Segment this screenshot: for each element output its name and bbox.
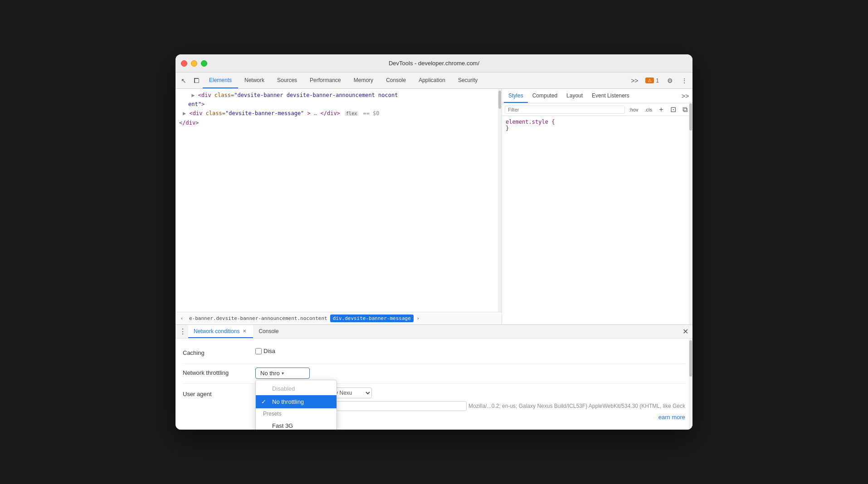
tab-performance[interactable]: Performance — [303, 73, 347, 88]
tab-sources[interactable]: Sources — [271, 73, 303, 88]
tab-security[interactable]: Security — [452, 73, 484, 88]
add-style-button[interactable]: + — [656, 105, 666, 115]
right-scrollbar-track — [689, 102, 692, 324]
network-conditions-content: Caching Disa Network throttling No thro … — [176, 339, 692, 430]
checkmark-icon: ✓ — [261, 398, 266, 405]
dom-tree[interactable]: ▶ <div class="devsite-banner devsite-ban… — [176, 89, 502, 312]
title-bar: DevTools - developer.chrome.com/ — [176, 54, 692, 73]
tab-bottom-console[interactable]: Console — [253, 325, 284, 338]
tab-event-listeners[interactable]: Event Listeners — [587, 89, 634, 103]
styles-panel: Styles Computed Layout Event Listeners >… — [502, 89, 692, 324]
toggle-sidebar-button[interactable]: ⧉ — [680, 105, 690, 115]
throttle-dropdown-menu: Disabled ✓ No throttling Presets Fast 3G — [255, 380, 337, 430]
throttle-select-button[interactable]: No thro ▾ — [255, 368, 310, 379]
menu-item-no-throttling[interactable]: ✓ No throttling — [256, 395, 336, 408]
tab-network-conditions[interactable]: Network conditions ✕ — [188, 325, 253, 338]
bottom-scrollbar-track — [689, 339, 692, 430]
flex-badge: flex — [345, 111, 358, 116]
toolbar-right: >> ⚠ 1 ⚙ ⋮ — [628, 74, 691, 87]
devtools-toolbar: ↖ ⧠ Elements Network Sources Performance… — [176, 73, 692, 89]
settings-button[interactable]: ⚙ — [663, 74, 676, 87]
menu-item-fast3g[interactable]: Fast 3G — [256, 419, 336, 430]
dropdown-arrow-icon: ▾ — [282, 371, 284, 376]
tab-layout[interactable]: Layout — [562, 89, 587, 103]
close-network-conditions-tab[interactable]: ✕ — [241, 328, 248, 334]
style-rules: element.style { } — [502, 116, 692, 324]
caching-checkbox-label: Disa — [255, 348, 275, 354]
throttle-selected-value: No thro — [260, 370, 280, 377]
main-tabs: Elements Network Sources Performance Mem… — [203, 73, 628, 88]
styles-tabs: Styles Computed Layout Event Listeners >… — [502, 89, 692, 103]
caching-control: Disa — [255, 348, 685, 354]
breadcrumb-item-1[interactable]: e-banner.devsite-banner-announcement.noc… — [186, 315, 330, 322]
tab-elements[interactable]: Elements — [203, 73, 238, 88]
presets-header: Presets — [256, 408, 336, 419]
dom-line-4: </div> — [176, 118, 502, 127]
elements-panel: ▶ <div class="devsite-banner devsite-ban… — [176, 89, 502, 324]
element-style-rule: element.style { } — [506, 119, 689, 131]
device-icon: ⧠ — [193, 77, 200, 84]
throttling-control: No thro ▾ Disabled ✓ No throttling — [255, 368, 685, 379]
breadcrumb: ‹ e-banner.devsite-banner-announcement.n… — [176, 312, 502, 324]
styles-filter-bar: :hov .cls + ⊡ ⧉ — [502, 103, 692, 116]
menu-item-disabled: Disabled — [256, 382, 336, 395]
tab-console[interactable]: Console — [380, 73, 412, 88]
dom-line-2: ent"> — [176, 100, 502, 109]
minimize-button[interactable] — [191, 60, 197, 67]
breadcrumb-item-2[interactable]: div.devsite-banner-message — [330, 315, 414, 322]
bottom-scrollbar-thumb[interactable] — [689, 340, 692, 377]
more-tabs-right-button[interactable]: >> — [680, 91, 691, 102]
warning-badge: ⚠ — [645, 77, 654, 83]
breadcrumb-next[interactable]: › — [414, 314, 423, 323]
caching-checkbox[interactable] — [255, 348, 262, 354]
hov-button[interactable]: :hov — [627, 106, 641, 113]
main-area: ▶ <div class="devsite-banner devsite-ban… — [176, 89, 692, 324]
warning-count: 1 — [656, 77, 659, 84]
ua-string-value: Mozilla/...0.2; en-us; Galaxy Nexus Buil… — [468, 403, 685, 409]
inspect-element-button[interactable]: ↖ — [177, 74, 190, 87]
right-scrollbar-thumb[interactable] — [689, 103, 692, 131]
expand-arrow-2[interactable]: ▶ — [183, 110, 186, 116]
bottom-panel-menu-button[interactable]: ⋮ — [177, 326, 188, 337]
traffic-lights — [181, 60, 207, 67]
user-agent-label: User agent — [183, 389, 255, 397]
cursor-icon: ↖ — [181, 77, 186, 84]
expand-arrow-1[interactable]: ▶ — [191, 92, 195, 98]
dom-line-1: ▶ <div class="devsite-banner devsite-ban… — [176, 91, 502, 100]
close-button[interactable] — [181, 60, 187, 67]
chevron-right-icon: >> — [631, 77, 638, 84]
more-options-button[interactable]: ⋮ — [678, 74, 691, 87]
gear-icon: ⚙ — [667, 77, 673, 84]
dom-line-3: ▶ <div class="devsite-banner-message" > … — [176, 109, 502, 118]
close-bottom-panel-button[interactable]: ✕ — [680, 326, 691, 337]
maximize-button[interactable] — [201, 60, 207, 67]
breadcrumb-prev[interactable]: ‹ — [177, 314, 186, 323]
tab-memory[interactable]: Memory — [347, 73, 380, 88]
throttle-dropdown-container: No thro ▾ Disabled ✓ No throttling — [255, 368, 310, 379]
bottom-panel: ⋮ Network conditions ✕ Console ✕ Caching… — [176, 324, 692, 430]
scrollbar-thumb[interactable] — [498, 91, 501, 109]
inspect-style-button[interactable]: ⊡ — [668, 105, 678, 115]
bottom-tabs-bar: ⋮ Network conditions ✕ Console ✕ — [176, 325, 692, 339]
tab-computed[interactable]: Computed — [528, 89, 562, 103]
styles-filter-input[interactable] — [505, 106, 625, 114]
caching-label: Caching — [183, 348, 255, 356]
cls-button[interactable]: .cls — [643, 106, 655, 113]
caching-row: Caching Disa — [183, 344, 685, 364]
window-title: DevTools - developer.chrome.com/ — [389, 60, 479, 67]
device-mode-button[interactable]: ⧠ — [190, 74, 203, 87]
throttling-row: Network throttling No thro ▾ Disabled — [183, 364, 685, 384]
tab-styles[interactable]: Styles — [504, 89, 528, 103]
tab-network[interactable]: Network — [238, 73, 271, 88]
throttling-label: Network throttling — [183, 368, 255, 376]
scrollbar-track — [498, 89, 502, 312]
learn-more-link[interactable]: earn more — [658, 414, 685, 421]
disabled-label: Disabled — [272, 385, 295, 392]
tab-application[interactable]: Application — [412, 73, 452, 88]
vertical-dots-icon: ⋮ — [681, 77, 688, 84]
more-tabs-button[interactable]: >> — [628, 74, 641, 87]
warnings-button[interactable]: ⚠ 1 — [643, 77, 662, 85]
devtools-window: DevTools - developer.chrome.com/ ↖ ⧠ Ele… — [176, 54, 692, 430]
